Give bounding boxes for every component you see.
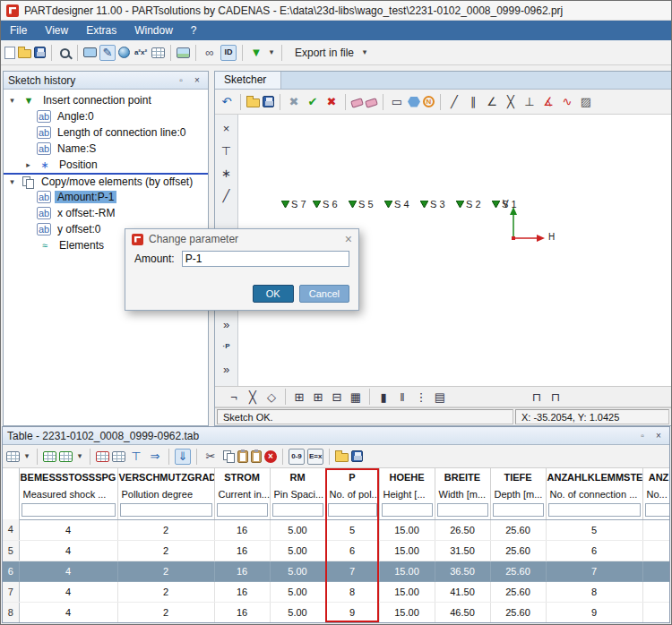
transfer-right-icon[interactable]: ⇒ (147, 449, 163, 465)
cell-tiefe[interactable]: 25.60 (490, 561, 546, 581)
dropdown-arrow-icon[interactable]: ▾ (75, 449, 84, 465)
cell-tiefe[interactable]: 25.60 (490, 581, 546, 602)
tangent-point-icon[interactable]: ⊤ (219, 142, 235, 158)
profile-cap-2-icon[interactable]: ⊓ (547, 389, 564, 405)
digit-format-icon[interactable]: 0-9 (289, 449, 305, 465)
cell-p[interactable]: 5 (325, 519, 379, 540)
status-flag-icon[interactable]: ▼ (248, 45, 264, 61)
cell-rm[interactable]: 5.00 (270, 602, 325, 622)
cell-breite[interactable]: 36.50 (435, 561, 490, 581)
filter-input-anz[interactable] (645, 503, 670, 517)
grid-snap-icon[interactable]: ⊞ (291, 389, 307, 405)
copy-view-icon[interactable] (83, 47, 97, 57)
column-header-strom[interactable]: STROM (214, 468, 270, 486)
cross-lines-tool-icon[interactable]: ╳ (503, 94, 519, 110)
column-header-hoehe[interactable]: HOEHE (379, 468, 435, 486)
parallel-lines-tool-icon[interactable]: ∥ (465, 94, 481, 110)
connection-point-s-2[interactable]: S 2 (456, 201, 481, 210)
connection-point-s-4[interactable]: S 4 (384, 201, 409, 210)
tree-expander-icon[interactable]: ▸ (23, 160, 33, 169)
tree-expander-icon[interactable]: ▾ (7, 96, 17, 105)
profile-cap-1-icon[interactable]: ⊓ (529, 389, 545, 405)
cell-rm[interactable]: 5.00 (270, 519, 325, 540)
tree-item-length-of-connection-line-0[interactable]: abLength of connection line:0 (4, 124, 208, 141)
new-document-icon[interactable] (4, 47, 15, 59)
zoom-preview-icon[interactable] (57, 46, 72, 60)
dropdown-arrow-icon[interactable]: ▾ (267, 45, 276, 61)
save-sketch-icon[interactable] (263, 96, 274, 107)
cell-breite[interactable]: 31.50 (435, 540, 490, 561)
diamond-marker-icon[interactable]: ◇ (263, 389, 280, 405)
cell-bemessstossspg[interactable]: 4 (19, 540, 117, 561)
cell-anzahlklemmstel[interactable]: 6 (546, 540, 642, 561)
cut-icon[interactable]: ✂ (202, 449, 219, 465)
connection-point-s-1[interactable]: S 1 (492, 201, 517, 210)
slash-line-icon[interactable]: ╱ (219, 187, 235, 203)
cell-strom[interactable]: 16 (214, 581, 270, 602)
row-number[interactable]: 6 (3, 561, 19, 581)
cell-anzahlklemmstel[interactable]: 8 (546, 581, 642, 602)
variable-list-icon[interactable]: a²x² (133, 45, 149, 61)
filter-input-bemessstossspg[interactable] (22, 503, 116, 517)
hatch-tool-icon[interactable]: ▨ (578, 94, 594, 110)
cell-anz[interactable] (642, 519, 669, 540)
cell-anz[interactable] (642, 581, 669, 602)
column-header-bemessstossspg[interactable]: BEMESSSTOSSSPG (19, 468, 117, 486)
table-row-5[interactable]: 542165.00615.0031.5025.606 (3, 540, 669, 561)
delete-rows-icon[interactable]: × (264, 450, 277, 463)
paste-icon[interactable] (237, 450, 248, 463)
delete-selection-icon[interactable]: ✖ (286, 94, 302, 110)
column-header-rm[interactable]: RM (270, 468, 325, 486)
grid-minor-icon[interactable]: ⊟ (329, 389, 345, 405)
cell-anzahlklemmstel[interactable]: 7 (546, 561, 642, 581)
row-number[interactable]: 7 (3, 581, 19, 602)
save-project-icon[interactable] (34, 47, 46, 58)
ok-button[interactable]: OK (253, 285, 294, 303)
cell-tiefe[interactable]: 25.60 (490, 519, 546, 540)
cell-hoehe[interactable]: 15.00 (379, 561, 435, 581)
column-header-tiefe[interactable]: TIEFE (490, 468, 546, 486)
table-row-8[interactable]: 842165.00915.0046.5025.609 (3, 602, 669, 622)
filter-input-tiefe[interactable] (493, 503, 544, 517)
dialog-close-icon[interactable]: × (345, 233, 352, 245)
grid-fill-icon[interactable]: ▦ (348, 389, 364, 405)
connection-point-s-6[interactable]: S 6 (313, 201, 338, 210)
chevron-more-2-icon[interactable]: » (219, 316, 235, 332)
value-format-icon[interactable]: E=x (307, 449, 323, 465)
column-header-verschmutzgrad[interactable]: VERSCHMUTZGRAD (117, 468, 214, 486)
single-column-icon[interactable]: ▮ (375, 389, 392, 405)
solid-view-icon[interactable] (118, 47, 130, 58)
cell-anz[interactable] (642, 561, 669, 581)
filter-input-verschmutzgrad[interactable] (120, 503, 212, 517)
menu-view[interactable]: View (36, 21, 77, 40)
polyline-tool-icon[interactable]: ∿ (559, 94, 575, 110)
table-row-6[interactable]: 642165.00715.0036.5025.607 (3, 561, 669, 581)
table-view-icon[interactable] (151, 47, 165, 58)
preview-image-icon[interactable] (177, 47, 190, 58)
cell-p[interactable]: 9 (325, 602, 379, 622)
cell-strom[interactable]: 16 (214, 540, 270, 561)
tree-item-x-offset-rm[interactable]: abx offset:-RM (4, 205, 208, 221)
transfer-down-icon[interactable]: ⇓ (175, 449, 191, 465)
discard-sketch-icon[interactable]: ✖ (323, 94, 340, 110)
connection-point-s-5[interactable]: S 5 (349, 201, 374, 210)
tree-expander-icon[interactable]: ▾ (7, 177, 17, 186)
open-sketch-icon[interactable] (246, 98, 260, 107)
menu-help[interactable]: ? (182, 21, 206, 40)
row-number[interactable]: 4 (3, 519, 19, 540)
dropdown-arrow-icon[interactable]: ▾ (22, 449, 31, 465)
cell-bemessstossspg[interactable]: 4 (19, 561, 117, 581)
cell-verschmutzgrad[interactable]: 2 (117, 561, 214, 581)
line-tool-icon[interactable]: ╱ (446, 94, 462, 110)
construction-point-icon[interactable]: × (219, 120, 235, 136)
cell-breite[interactable]: 26.50 (435, 519, 490, 540)
filter-input-anzahlklemmstel[interactable] (548, 503, 641, 517)
spline-badge-icon[interactable]: N (423, 96, 435, 107)
column-header-p[interactable]: P (325, 468, 379, 486)
transpose-table-icon[interactable] (112, 451, 125, 462)
filter-input-rm[interactable] (272, 503, 323, 517)
chevron-more-3-icon[interactable]: » (219, 361, 235, 377)
close-panel-icon[interactable]: × (191, 74, 203, 87)
undo-icon[interactable]: ↶ (219, 94, 235, 110)
triple-column-icon[interactable]: ⋮ (413, 389, 429, 405)
